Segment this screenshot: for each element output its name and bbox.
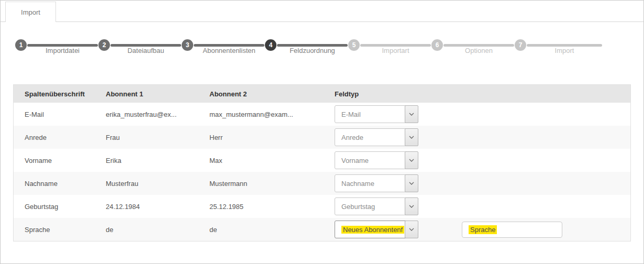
chevron-down-icon (405, 197, 418, 215)
chevron-down-icon (405, 151, 418, 169)
import-wizard-page: Import 1 Importdatei 2 Dateiaufbau 3 Abo… (0, 0, 644, 264)
table-header-row: Spaltenüberschrift Abonnent 1 Abonnent 2… (14, 85, 630, 103)
step-connector (360, 44, 431, 47)
subscriber1-value: 24.12.1984 (95, 203, 198, 211)
step-number-badge: 2 (98, 39, 110, 51)
fieldtype-select-nachname[interactable]: Nachname (335, 174, 418, 192)
column-heading-value: Geburtstag (14, 203, 95, 211)
chevron-down-icon (405, 105, 418, 123)
step-connector (527, 44, 602, 47)
chevron-down-icon (405, 221, 418, 238)
step-feldzuordnung[interactable]: 4 Feldzuordnung (265, 34, 348, 57)
step-number-badge: 1 (15, 39, 27, 51)
chevron-down-icon (405, 174, 418, 192)
fieldtype-select-anrede[interactable]: Anrede (335, 128, 418, 146)
subscriber2-value: 25.12.1985 (198, 203, 324, 211)
tab-bar: Import (1, 1, 643, 22)
subscriber1-value: Erika (95, 157, 198, 164)
step-label: Abonnentenlisten (187, 47, 271, 54)
step-importart: 5 Importart (348, 34, 431, 57)
fieldtype-select-email[interactable]: E-Mail (335, 105, 418, 123)
tab-import-label: Import (21, 8, 40, 16)
chevron-down-icon (405, 128, 418, 146)
table-row-geburtstag: Geburtstag 24.12.1984 25.12.1985 Geburts… (14, 195, 630, 218)
subscriber1-value: Musterfrau (95, 180, 198, 188)
column-heading-value: Anrede (14, 134, 95, 141)
subscriber2-value: Max (198, 157, 324, 164)
step-label: Import (520, 47, 608, 54)
new-field-name-input[interactable]: Sprache (462, 222, 562, 238)
fieldtype-select-vorname[interactable]: Vorname (335, 151, 418, 169)
table-row-email: E-Mail erika_musterfrau@ex... max_muster… (14, 103, 630, 126)
subscriber1-value: erika_musterfrau@ex... (95, 111, 198, 118)
step-number-badge: 5 (348, 39, 360, 51)
subscriber2-value: Herr (198, 134, 324, 141)
col-header-abonnent-1: Abonnent 1 (95, 90, 198, 98)
col-header-spaltenueberschrift: Spaltenüberschrift (14, 90, 95, 98)
step-importdatei[interactable]: 1 Importdatei (15, 34, 98, 57)
col-header-abonnent-2: Abonnent 2 (198, 90, 324, 98)
step-number-badge: 6 (431, 39, 443, 51)
step-label: Feldzuordnung (271, 47, 354, 54)
step-dateiaufbau[interactable]: 2 Dateiaufbau (98, 34, 182, 57)
subscriber2-value: max_mustermann@exam... (198, 111, 324, 118)
table-row-anrede: Anrede Frau Herr Anrede (14, 126, 630, 149)
highlighted-fieldtype-text: Neues Abonnentenf (341, 226, 404, 234)
step-abonnentenlisten[interactable]: 3 Abonnentenlisten (182, 34, 265, 57)
step-label: Optionen (437, 47, 520, 54)
tab-import[interactable]: Import (5, 2, 56, 22)
col-header-feldtyp: Feldtyp (324, 90, 630, 98)
step-number-badge: 3 (182, 39, 193, 51)
step-number-badge: 4 (265, 39, 276, 51)
subscriber1-value: de (95, 226, 198, 234)
field-mapping-table: Spaltenüberschrift Abonnent 1 Abonnent 2… (13, 84, 631, 241)
column-heading-value: Sprache (14, 226, 95, 234)
step-connector (110, 44, 181, 47)
step-connector (443, 44, 514, 47)
step-connector (27, 44, 98, 47)
table-row-sprache: Sprache de de Neues Abonnentenf Sprache (14, 218, 630, 241)
column-heading-value: E-Mail (14, 111, 95, 118)
table-row-vorname: Vorname Erika Max Vorname (14, 149, 630, 172)
step-import: 7 Import (515, 34, 603, 57)
step-connector (194, 44, 264, 47)
fieldtype-select-sprache[interactable]: Neues Abonnentenf (335, 221, 418, 238)
subscriber1-value: Frau (95, 134, 198, 141)
step-number-badge: 7 (515, 39, 526, 51)
subscriber2-value: Mustermann (198, 180, 324, 188)
step-connector (277, 44, 348, 47)
subscriber2-value: de (198, 226, 324, 234)
step-optionen: 6 Optionen (431, 34, 515, 57)
column-heading-value: Nachname (14, 180, 95, 188)
fieldtype-select-geburtstag[interactable]: Geburtstag (335, 197, 418, 215)
progress-stepper: 1 Importdatei 2 Dateiaufbau 3 Abonnenten… (15, 34, 603, 57)
step-label: Importdatei (21, 47, 104, 54)
step-label: Dateiaufbau (104, 47, 187, 54)
table-row-nachname: Nachname Musterfrau Mustermann Nachname (14, 172, 630, 195)
step-label: Importart (354, 47, 437, 54)
column-heading-value: Vorname (14, 157, 95, 164)
highlighted-new-field-name: Sprache (469, 225, 497, 234)
